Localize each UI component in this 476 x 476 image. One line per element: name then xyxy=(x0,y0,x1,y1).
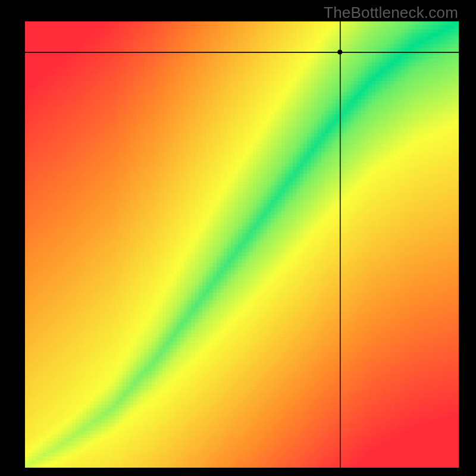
bottleneck-heatmap-canvas xyxy=(0,0,476,476)
watermark-text: TheBottleneck.com xyxy=(324,4,458,22)
chart-container: TheBottleneck.com xyxy=(0,0,476,476)
